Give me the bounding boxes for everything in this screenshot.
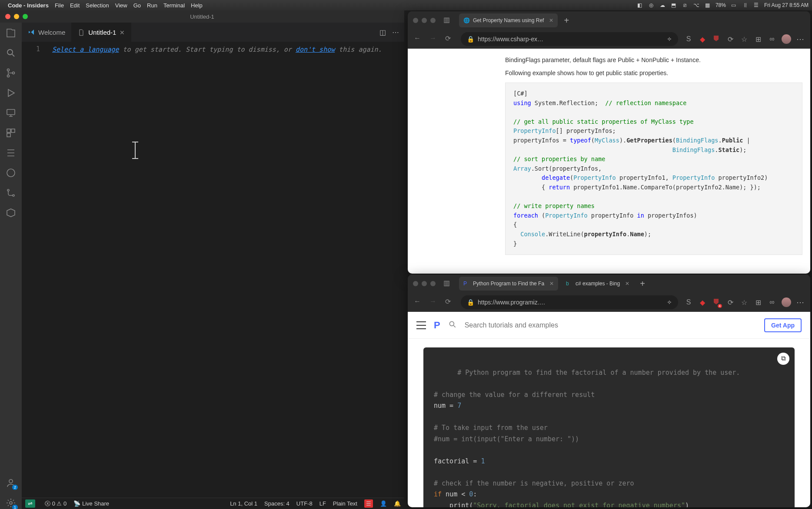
encoding[interactable]: UTF-8 <box>296 500 313 507</box>
ext-icon-1[interactable]: S <box>684 35 693 43</box>
refresh-button[interactable]: ⟳ <box>445 297 455 307</box>
status-icon-bt[interactable]: ⌥ <box>693 2 700 9</box>
profile-avatar[interactable] <box>782 297 791 307</box>
settings-gear-icon[interactable]: 1 <box>5 497 17 509</box>
control-center-icon[interactable]: ☰ <box>753 2 760 9</box>
more-icon[interactable]: ⋯ <box>796 297 804 307</box>
forward-button[interactable]: → <box>429 34 439 44</box>
project-icon[interactable] <box>5 207 17 219</box>
ln-col[interactable]: Ln 1, Col 1 <box>230 500 257 507</box>
run-debug-icon[interactable] <box>5 87 17 99</box>
feedback-icon[interactable]: 👤 <box>380 500 387 507</box>
language-mode[interactable]: Plain Text <box>333 500 357 507</box>
reader-icon[interactable]: ✧ <box>667 299 672 306</box>
b1-max[interactable] <box>430 18 436 23</box>
ext-icon-2[interactable]: ◆ <box>698 35 707 43</box>
ext-icon-refresh[interactable]: ⟳ <box>726 298 735 307</box>
gitlens-icon[interactable] <box>5 187 17 199</box>
b2-min[interactable] <box>422 281 427 286</box>
search-input[interactable] <box>465 321 756 329</box>
ext-icon-ublock[interactable]: ⛊4 <box>712 298 721 307</box>
new-tab-button[interactable]: + <box>637 279 648 289</box>
browser1-content[interactable]: BindingFlags parameter, default flags ar… <box>408 49 810 274</box>
app-name[interactable]: Code - Insiders <box>8 2 49 9</box>
browser2-tab2[interactable]: b c# examples - Bing ✕ <box>562 277 634 291</box>
todo-icon[interactable] <box>5 147 17 159</box>
reader-icon[interactable]: ✧ <box>667 36 672 43</box>
sidebar-toggle-icon[interactable]: ▥ <box>443 16 453 25</box>
close-tab-icon[interactable]: ✕ <box>549 17 553 23</box>
new-tab-button[interactable]: + <box>561 16 572 26</box>
favorites-icon[interactable]: ☆ <box>740 298 749 307</box>
editor-body[interactable]: 1 Select a language to get started. Star… <box>22 42 404 498</box>
extensions-icon[interactable] <box>5 127 17 139</box>
b1-min[interactable] <box>422 18 427 23</box>
search-icon[interactable] <box>448 320 457 331</box>
remote-explorer-icon[interactable] <box>5 107 17 119</box>
ext-icon-2[interactable]: ◆ <box>698 298 707 307</box>
tab-untitled[interactable]: Untitled-1 ✕ <box>72 23 131 42</box>
menu-run[interactable]: Run <box>147 2 157 9</box>
b1-close[interactable] <box>413 18 418 23</box>
errors-count[interactable]: ⓧ 0 ⚠ 0 <box>45 500 67 508</box>
ext-icon-refresh[interactable]: ⟳ <box>726 35 735 43</box>
status-icon-1[interactable]: ◧ <box>636 2 643 9</box>
explorer-icon[interactable] <box>5 27 17 39</box>
browser1-tab[interactable]: 🌐 Get Property Names using Ref ✕ <box>459 13 558 27</box>
remote-indicator[interactable]: ⇌ <box>25 499 35 508</box>
close-tab-icon[interactable]: ✕ <box>625 281 629 287</box>
collections-icon[interactable]: ⊞ <box>754 35 762 43</box>
url-bar[interactable]: 🔒 https://www.csharp-ex… ✧ <box>461 32 678 46</box>
browser2-content[interactable]: P Get App ⧉# Python program to find the … <box>408 312 810 507</box>
tab-welcome[interactable]: Welcome <box>22 23 72 42</box>
battery-pct[interactable]: 78% <box>715 2 726 8</box>
refresh-button[interactable]: ⟳ <box>445 34 455 44</box>
menu-file[interactable]: File <box>55 2 64 9</box>
status-icon-screen[interactable]: ⎚ <box>682 2 689 9</box>
menu-terminal[interactable]: Terminal <box>163 2 185 9</box>
wifi-icon[interactable]: ⧛ <box>742 2 749 9</box>
close-window-button[interactable] <box>5 14 10 19</box>
more-icon[interactable]: ⋯ <box>796 34 804 44</box>
url-bar-2[interactable]: 🔒 https://www.programiz.… ✧ <box>461 295 678 309</box>
favorites-icon[interactable]: ☆ <box>740 35 749 43</box>
sidebar-toggle-icon[interactable]: ▥ <box>443 279 453 288</box>
profile-avatar[interactable] <box>782 34 791 44</box>
menu-edit[interactable]: Edit <box>70 2 80 9</box>
close-tab-icon[interactable]: ✕ <box>120 29 125 36</box>
forward-button[interactable]: → <box>429 297 439 307</box>
status-icon-dropbox[interactable]: ⬒ <box>670 2 677 9</box>
browser2-tab1[interactable]: P Python Program to Find the Fa ✕ <box>459 277 558 291</box>
share-icon[interactable]: ∞ <box>768 298 776 307</box>
spaces[interactable]: Spaces: 4 <box>264 500 290 507</box>
bell-icon[interactable]: 🔔 <box>394 500 401 507</box>
menu-selection[interactable]: Selection <box>86 2 109 9</box>
copy-icon[interactable]: ⧉ <box>777 353 789 365</box>
programiz-logo-icon[interactable]: P <box>434 320 440 331</box>
more-actions-icon[interactable]: ⋯ <box>392 28 399 36</box>
minimize-window-button[interactable] <box>14 14 19 19</box>
back-button[interactable]: ← <box>414 297 423 307</box>
back-button[interactable]: ← <box>414 34 423 44</box>
split-editor-icon[interactable]: ◫ <box>379 28 386 36</box>
liveshare-button[interactable]: 📡 Live Share <box>73 500 109 507</box>
b2-max[interactable] <box>430 281 436 286</box>
collections-icon[interactable]: ⊞ <box>754 298 762 307</box>
maximize-window-button[interactable] <box>23 14 28 19</box>
source-control-icon[interactable] <box>5 67 17 79</box>
status-ext-icon[interactable]: ☰ <box>364 499 373 508</box>
search-icon[interactable] <box>5 47 17 59</box>
dont-show-link[interactable]: don't show <box>296 46 335 53</box>
close-tab-icon[interactable]: ✕ <box>549 281 554 287</box>
menu-go[interactable]: Go <box>133 2 141 9</box>
status-icon-2[interactable]: ◎ <box>648 2 655 9</box>
status-icon-cloud[interactable]: ☁ <box>659 2 666 9</box>
menu-help[interactable]: Help <box>191 2 203 9</box>
hamburger-icon[interactable] <box>416 321 426 329</box>
select-language-link[interactable]: Select a language <box>52 46 119 53</box>
share-icon[interactable]: ∞ <box>768 35 776 43</box>
edge-icon[interactable] <box>5 167 17 179</box>
accounts-icon[interactable]: 2 <box>5 477 17 489</box>
eol[interactable]: LF <box>319 500 326 507</box>
b2-close[interactable] <box>413 281 418 286</box>
